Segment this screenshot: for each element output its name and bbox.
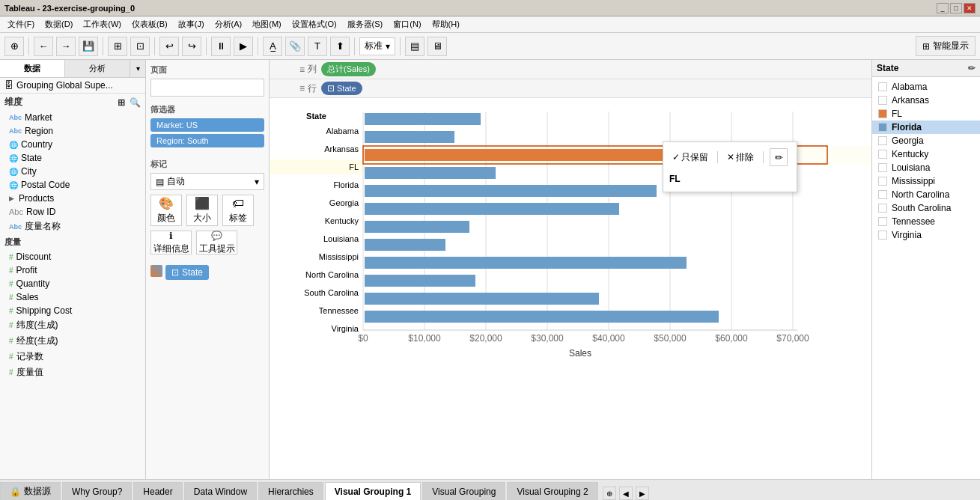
- maximize-btn[interactable]: □: [950, 3, 962, 13]
- forward-btn[interactable]: →: [56, 37, 76, 56]
- bar-mississippi[interactable]: [365, 239, 445, 251]
- bar-virginia[interactable]: [365, 311, 719, 323]
- dim-postal[interactable]: 🌐 Postal Code: [0, 178, 145, 192]
- back-btn[interactable]: ←: [34, 37, 53, 56]
- tab-why-group[interactable]: Why Group?: [62, 482, 132, 500]
- chart-body: State Alabama Arkansas FL Florida Georgi…: [270, 98, 871, 474]
- bar-alabama[interactable]: [365, 113, 481, 125]
- marks-type-label: 自动: [167, 175, 185, 188]
- panel-arrow[interactable]: ▾: [130, 60, 145, 77]
- exclude-btn[interactable]: ✕ 排除: [724, 150, 757, 165]
- tab-add-btn[interactable]: ⊕: [603, 487, 616, 500]
- context-menu-value: FL: [663, 169, 797, 189]
- bar-tennessee[interactable]: [365, 293, 599, 305]
- dim-market[interactable]: Abc Market: [0, 111, 145, 124]
- measure-profit[interactable]: # Profit: [0, 263, 145, 277]
- measure-discount[interactable]: # Discount: [0, 250, 145, 263]
- menu-help[interactable]: 帮助(H): [427, 17, 464, 31]
- data-tab[interactable]: 数据: [0, 60, 65, 77]
- dim-measure-names[interactable]: Abc 度量名称: [0, 219, 145, 234]
- measure-lon[interactable]: # 经度(生成): [0, 333, 145, 349]
- dim-country[interactable]: 🌐 Country: [0, 138, 145, 151]
- menu-story[interactable]: 故事(J): [174, 17, 209, 31]
- home-btn[interactable]: ⊕: [4, 37, 24, 56]
- tab-visual-grouping-1[interactable]: Visual Grouping 1: [325, 482, 421, 500]
- window-controls[interactable]: _ □ ✕: [937, 3, 976, 13]
- highlight-btn[interactable]: A̲: [263, 37, 282, 56]
- dim-products[interactable]: ▶ Products: [0, 192, 145, 205]
- menu-analysis[interactable]: 分析(A): [210, 17, 247, 31]
- marks-label-btn[interactable]: 🏷 标签: [222, 195, 254, 226]
- hash-icon-lat: #: [9, 321, 13, 329]
- menu-map[interactable]: 地图(M): [248, 17, 286, 31]
- monitor-btn[interactable]: 🖥: [427, 37, 447, 56]
- bar-georgia[interactable]: [365, 185, 657, 197]
- bar-chart-btn[interactable]: ▤: [405, 37, 424, 56]
- y-label-louisiana: Louisiana: [270, 231, 363, 246]
- new-datasource-btn[interactable]: ⊞: [108, 37, 127, 56]
- bar-kentucky[interactable]: [365, 203, 619, 215]
- bar-florida[interactable]: [365, 167, 496, 179]
- tab-visual-grouping[interactable]: Visual Grouping: [422, 482, 505, 500]
- tab-data-window[interactable]: Data Window: [184, 482, 257, 500]
- tab-prev-btn[interactable]: ◀: [619, 487, 633, 500]
- menu-window[interactable]: 窗口(N): [389, 17, 425, 31]
- connect-btn[interactable]: ⊡: [130, 37, 150, 56]
- measure-sales[interactable]: # Sales: [0, 290, 145, 304]
- redo-btn[interactable]: ↪: [182, 37, 201, 56]
- dim-city[interactable]: 🌐 City: [0, 165, 145, 178]
- tab-datasource[interactable]: 🔒 数据源: [0, 482, 61, 500]
- dim-rowid[interactable]: Abc Row ID: [0, 205, 145, 219]
- menu-dashboard[interactable]: 仪表板(B): [127, 17, 172, 31]
- run-btn[interactable]: ▶: [234, 37, 253, 56]
- measure-quantity[interactable]: # Quantity: [0, 277, 145, 290]
- bar-louisiana[interactable]: [365, 221, 469, 233]
- row-state-pill[interactable]: ⊡ State: [321, 82, 362, 95]
- marks-type-selector[interactable]: ▤ 自动 ▾: [150, 173, 264, 190]
- measure-records[interactable]: # 记录数: [0, 349, 145, 365]
- measure-shipping[interactable]: # Shipping Cost: [0, 304, 145, 317]
- minimize-btn[interactable]: _: [937, 3, 949, 13]
- edit-btn[interactable]: ✏: [770, 148, 788, 166]
- bar-north-carolina[interactable]: [365, 257, 687, 269]
- menu-data[interactable]: 数据(D): [40, 17, 77, 31]
- filter-market[interactable]: Market: US: [150, 118, 264, 132]
- tab-next-btn[interactable]: ▶: [636, 487, 649, 500]
- marks-state-pill[interactable]: ⊡ State: [165, 265, 209, 280]
- measure-value[interactable]: # 度量值: [0, 365, 145, 380]
- pause-btn[interactable]: ⏸: [211, 37, 231, 56]
- dim-state[interactable]: 🌐 State: [0, 151, 145, 165]
- col-sales-pill[interactable]: 总计(Sales): [321, 62, 376, 76]
- analysis-tab[interactable]: 分析: [65, 60, 130, 77]
- grid-icon[interactable]: ⊞: [118, 97, 125, 108]
- tab-visual-grouping-2[interactable]: Visual Grouping 2: [507, 482, 597, 500]
- annotate-btn[interactable]: 📎: [285, 37, 305, 56]
- marks-size-btn[interactable]: ⬛ 大小: [186, 195, 218, 226]
- measure-lat[interactable]: # 纬度(生成): [0, 317, 145, 333]
- save-btn[interactable]: 💾: [79, 37, 98, 56]
- menu-server[interactable]: 服务器(S): [343, 17, 388, 31]
- search-icon[interactable]: 🔍: [130, 97, 141, 108]
- marks-color-label: 颜色: [157, 212, 175, 225]
- menu-worksheet[interactable]: 工作表(W): [79, 17, 126, 31]
- tab-hierarchies[interactable]: Hierarchies: [258, 482, 323, 500]
- menu-file[interactable]: 文件(F): [3, 17, 39, 31]
- filter-region[interactable]: Region: South: [150, 134, 264, 147]
- marks-detail-btn[interactable]: ℹ 详细信息: [150, 231, 192, 254]
- edit-icon[interactable]: ✏: [968, 63, 976, 73]
- tooltip-btn[interactable]: T: [308, 37, 327, 56]
- dim-region[interactable]: Abc Region: [0, 124, 145, 138]
- bar-arkansas[interactable]: [365, 131, 454, 143]
- smart-display-btn[interactable]: ⊞ 智能显示: [916, 36, 976, 56]
- undo-btn[interactable]: ↩: [159, 37, 179, 56]
- sort-asc-btn[interactable]: ⬆: [330, 37, 350, 56]
- state-name-mississippi: Mississippi: [892, 176, 935, 186]
- tab-header[interactable]: Header: [133, 482, 182, 500]
- menu-format[interactable]: 设置格式(O): [287, 17, 341, 31]
- keep-only-btn[interactable]: ✓ 只保留: [669, 150, 711, 165]
- marks-color-btn[interactable]: 🎨 颜色: [150, 195, 182, 226]
- bar-south-carolina[interactable]: [365, 275, 475, 287]
- marks-tooltip-btn[interactable]: 💬 工具提示: [196, 231, 237, 254]
- close-btn[interactable]: ✕: [964, 3, 976, 13]
- fit-dropdown[interactable]: 标准 ▾: [359, 37, 395, 55]
